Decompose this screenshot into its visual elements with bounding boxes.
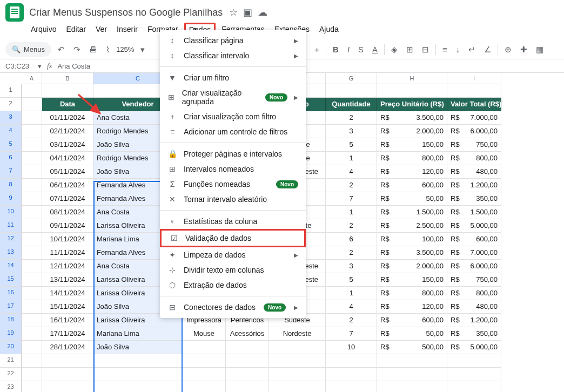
cell[interactable] [42,354,93,368]
row-header[interactable]: 9 [0,192,22,206]
cell-reference[interactable]: C3:C23 [5,62,32,70]
menu-item-validação-de-dados[interactable]: ☑Validação de dados [160,229,306,247]
menu-item-criar-um-filtro[interactable]: ▼Criar um filtro [160,70,306,85]
col-header-I[interactable]: I [447,73,501,84]
cell[interactable]: R$3.500,00 [377,246,447,260]
cell[interactable] [326,84,377,98]
cell[interactable] [377,354,447,368]
cell[interactable] [447,354,501,368]
cell[interactable]: R$600,00 [377,314,447,327]
cell[interactable] [42,368,93,381]
cell[interactable]: R$750,00 [447,138,501,152]
chart-icon[interactable]: ▦ [534,43,546,57]
menu-item-classificar-página[interactable]: ↕Classificar página▶ [160,33,306,48]
cell[interactable] [447,368,501,381]
row-header[interactable]: 22 [0,368,22,381]
cell[interactable] [226,381,269,392]
cell[interactable]: 03/11/2024 [42,138,93,152]
cell[interactable] [22,219,42,233]
valign-icon[interactable]: ↓ [454,43,462,56]
row-header[interactable]: 18 [0,314,22,327]
col-header-B[interactable]: B [42,73,93,84]
cell[interactable]: 2 [326,179,377,192]
row-header[interactable]: 20 [0,341,22,354]
cell[interactable]: 14/11/2024 [42,287,93,300]
cell[interactable]: 11/11/2024 [42,246,93,260]
cell[interactable]: R$350,00 [447,192,501,206]
cloud-icon[interactable]: ☁ [258,6,267,18]
rotate-icon[interactable]: ∠ [482,43,493,57]
borders-icon[interactable]: ⊞ [404,43,415,57]
cell[interactable]: 6 [326,233,377,246]
menu-editar[interactable]: Editar [62,23,90,37]
insert-icon[interactable]: + [312,43,321,56]
cell[interactable] [22,300,42,314]
cell[interactable]: Valor Total (R$) [447,98,501,111]
menu-inserir[interactable]: Inserir [113,23,142,37]
cell[interactable] [22,138,42,152]
cell[interactable]: R$6.000,00 [447,260,501,273]
cell[interactable] [22,246,42,260]
cell[interactable] [269,381,326,392]
cell[interactable]: R$1.500,00 [377,206,447,219]
cell[interactable] [22,233,42,246]
menu-item-classificar-intervalo[interactable]: ↕Classificar intervalo▶ [160,48,306,63]
cell[interactable]: 7 [326,327,377,341]
merge-icon[interactable]: ⊟ [420,43,431,57]
cell[interactable]: R$480,00 [447,300,501,314]
undo-icon[interactable]: ↶ [56,43,67,57]
cell[interactable]: 17/11/2024 [42,327,93,341]
cell[interactable] [22,368,42,381]
cell[interactable] [22,179,42,192]
cell[interactable] [226,368,269,381]
cell[interactable] [269,341,326,354]
row-header[interactable]: 11 [0,219,22,233]
cell[interactable]: R$5.000,00 [447,341,501,354]
comment-icon[interactable]: ✚ [518,43,529,57]
cell[interactable]: 13/11/2024 [42,273,93,287]
menu-item-criar-visualização-agrupada[interactable]: ⊞Criar visualização agrupadaNovo▶ [160,85,306,109]
cell[interactable]: R$480,00 [447,165,501,179]
cell[interactable] [22,111,42,125]
menu-item-intervalos-nomeados[interactable]: ⊞Intervalos nomeados [160,161,306,177]
cell[interactable]: R$150,00 [377,138,447,152]
cell[interactable]: 02/11/2024 [42,125,93,138]
cell[interactable]: 28/11/2024 [42,341,93,354]
cell[interactable]: Mariana Lima [93,327,183,341]
cell[interactable]: R$120,00 [377,165,447,179]
cell[interactable]: R$2.000,00 [377,125,447,138]
cell[interactable]: 1 [326,206,377,219]
cell[interactable]: 10/11/2024 [42,233,93,246]
cell[interactable]: R$350,00 [447,327,501,341]
cell[interactable]: R$6.000,00 [447,125,501,138]
cell[interactable] [269,368,326,381]
row-header[interactable]: 16 [0,287,22,300]
cell[interactable]: R$750,00 [447,273,501,287]
cell[interactable] [377,381,447,392]
menu-item-tornar-intervalo-aleatório[interactable]: ✕Tornar intervalo aleatório [160,192,306,207]
cell[interactable] [377,368,447,381]
cell[interactable] [22,152,42,165]
cell[interactable]: Mouse [183,327,226,341]
cell[interactable]: Acessórios [226,327,269,341]
cell[interactable]: 2 [326,246,377,260]
cell[interactable]: R$500,00 [377,341,447,354]
cell[interactable]: 7 [326,192,377,206]
cell[interactable] [226,354,269,368]
cell[interactable]: R$50,00 [377,192,447,206]
cell[interactable] [22,192,42,206]
row-header[interactable]: 4 [0,125,22,138]
star-icon[interactable]: ☆ [229,6,238,18]
cell[interactable]: R$1.200,00 [447,179,501,192]
cell[interactable] [22,98,42,111]
cell[interactable]: Quantidade [326,98,377,111]
cell[interactable] [93,368,183,381]
menu-item-adicionar-um-controle-de-filtros[interactable]: ≡Adicionar um controle de filtros [160,124,306,139]
row-header[interactable]: 3 [0,111,22,125]
cell[interactable]: 04/11/2024 [42,152,93,165]
cell[interactable] [326,354,377,368]
row-header[interactable]: 23 [0,381,22,392]
cell[interactable] [22,327,42,341]
cell[interactable]: 12/11/2024 [42,260,93,273]
cell[interactable] [22,341,42,354]
